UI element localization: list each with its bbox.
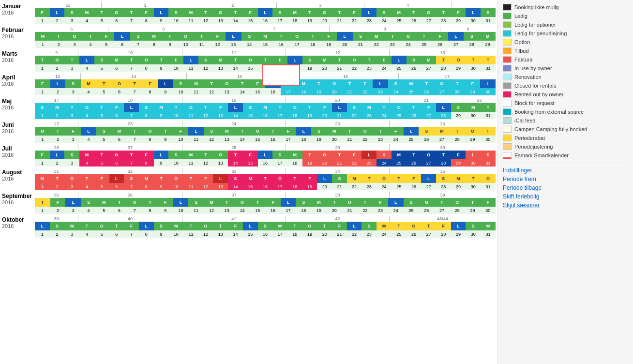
legend-item-rented-owner: Rented out by owner [503,91,628,98]
legend-item-block-request: Block for request [503,100,628,106]
legend-swatch [503,100,512,106]
month-label-februar: Februar 2016 [2,26,35,48]
legend-swatch [503,143,512,150]
month-row-juli: Juli 2016 26 27 28 29 30 F L S M T O T F… [2,144,496,167]
legend-item-booking-external: Booking from external source [503,108,628,115]
legend-swatch [503,21,512,28]
legend-item-ical: iCal feed [503,117,628,124]
legend-swatch [503,126,512,133]
legend-item-tilbud: Tilbud [503,47,628,54]
calendar-area: Januar 2016 53 1 2 3 4 F L S M T O T [0,0,497,364]
legend-panel: Booking ikke mulig Ledig Ledig for optio… [497,0,633,364]
month-row-marts: Marts 2016 9 10 11 12 13 T O T L S M T O… [2,49,496,72]
link-skift-feriebolig[interactable]: Skift feriebolig [503,193,628,200]
legend-swatch [503,82,512,89]
legend-swatch [503,135,512,141]
legend-item-campen: Campen Camping fully booked [503,126,628,133]
month-row-maj: Maj 2016 17 18 19 20 21 22 S M T O T F L… [2,97,496,119]
legend-swatch [503,91,512,98]
month-row-januar: Januar 2016 53 1 2 3 4 F L S M T O T [2,2,496,24]
legend-item-booking-ikke-mulig: Booking ikke mulig [503,4,628,11]
link-skjul-saesoner[interactable]: Skjul sæsoner [503,202,628,209]
week-row: 53 1 2 3 4 [35,2,496,8]
legend-item-in-use-by-owner: In use by owner [503,65,628,72]
month-row-februar: Februar 2016 5 6 7 8 9 M T O T F L S M T… [2,26,496,48]
days-row-januar: F L S M T O T F L S M T O T F L S M T O [35,8,496,17]
legend-item-faktura: Faktura [503,56,628,63]
month-row-april: April 2016 13 14 15 16 17 F L S M T O T … [2,73,496,95]
legend-color-list: Booking ikke mulig Ledig Ledig for optio… [503,4,628,159]
legend-swatch [503,152,512,159]
month-content-januar: 53 1 2 3 4 F L S M T O T F L S M T [35,2,496,24]
legend-swatch [503,39,512,46]
legend-item-ledig-optioner: Ledig for optioner [503,21,628,28]
legend-swatch [503,47,512,54]
link-periode-tilbage[interactable]: Periode tilbage [503,184,628,191]
day-F[interactable]: F [35,8,50,17]
legend-links-section: Indstillinger Periode frem Periode tilba… [503,167,628,209]
legend-swatch [503,56,512,63]
legend-item-perioderabat: Perioderabat [503,135,628,141]
day-L[interactable]: L [50,8,65,17]
legend-item-option: Option [503,39,628,46]
legend-item-esmark: Esmark Smartkalender [503,152,628,159]
month-row-september: September 2016 35 36 37 38 39 T F L S M … [2,192,496,214]
legend-swatch [503,30,512,37]
legend-swatch [503,108,512,115]
legend-swatch [503,117,512,124]
tooltip-box: Sæson: FLedig [262,64,301,86]
legend-item-ledig: Ledig [503,13,628,19]
month-row-juni: Juni 2016 22 23 24 25 26 O T F L S M T O… [2,121,496,143]
nums-row-januar: 1 2 3 4 5 6 7 8 9 10 11 12 13 14 15 16 1… [35,17,496,24]
legend-swatch [503,65,512,72]
legend-swatch [503,4,512,11]
month-row-august: August 2016 31 32 33 34 35 M T O T F L S… [2,168,496,190]
legend-item-closed-rentals: Closed for rentals [503,82,628,89]
link-periode-frem[interactable]: Periode frem [503,176,628,182]
link-indstillinger[interactable]: Indstillinger [503,167,628,174]
legend-swatch [503,74,512,80]
legend-item-ledig-genudlejning: Ledig for genudlejning [503,30,628,37]
month-label-januar: Januar 2016 [2,2,35,24]
legend-item-renovation: Renovation [503,74,628,80]
legend-swatch [503,13,512,19]
month-row-oktober: Oktober 2016 39 40 41 42 43/44 L S M T O… [2,215,496,238]
legend-separator [503,163,628,163]
legend-item-periodejustering: Periodejustering [503,143,628,150]
